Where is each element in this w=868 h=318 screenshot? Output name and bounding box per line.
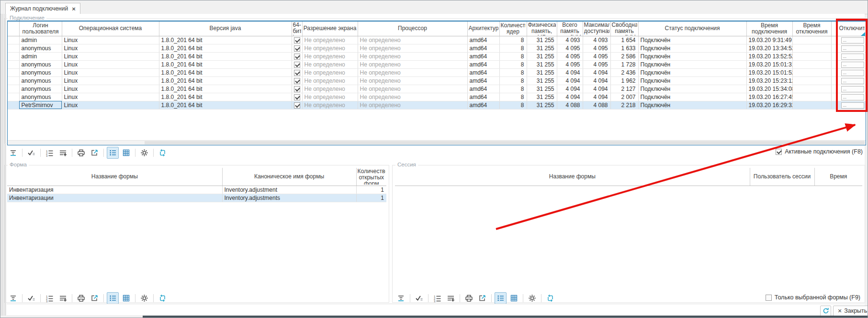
connection-row[interactable]: anonymousLinux1.8.0_201 64 bitНе определ…: [8, 44, 866, 52]
x64-java-checkbox[interactable]: [294, 86, 300, 92]
toolbar-button-export[interactable]: [476, 292, 488, 304]
column-header-11[interactable]: Максимальная доступная память: [583, 22, 610, 36]
cell-total_mem: 4 095: [557, 44, 583, 52]
disconnect-button[interactable]: ...: [841, 45, 864, 52]
disconnect-button[interactable]: ...: [841, 86, 864, 92]
column-header-3[interactable]: Версия java: [159, 22, 292, 36]
active-connections-checkbox[interactable]: Активные подключения (F8): [776, 148, 863, 155]
tab-close-icon[interactable]: ×: [72, 6, 76, 12]
toolbar-button-print[interactable]: [463, 292, 475, 304]
toolbar-button-grid[interactable]: [508, 292, 520, 304]
toolbar-button-numbered-list[interactable]: 123: [44, 147, 56, 159]
table-row[interactable]: ИнвентаризацияInventory.adjustment1: [7, 186, 386, 194]
column-header-7[interactable]: Архитектура: [467, 22, 499, 36]
disconnect-button[interactable]: ...: [841, 54, 864, 60]
column-header-1[interactable]: Каноническое имя формы: [222, 168, 356, 186]
toolbar-button-add-row[interactable]: [57, 147, 69, 159]
column-header-6[interactable]: Процессор: [358, 22, 467, 36]
disconnect-button[interactable]: ...: [841, 102, 864, 109]
x64-java-checkbox[interactable]: [294, 94, 300, 100]
x64-java-checkbox[interactable]: [294, 70, 300, 76]
toolbar-button-refresh-square[interactable]: [157, 292, 169, 304]
application-window: Журнал подключений × Подключение Логин п…: [0, 0, 868, 318]
column-header-0[interactable]: [8, 22, 19, 36]
toolbar-button-export[interactable]: [89, 147, 101, 159]
toolbar-button-list-view[interactable]: [495, 292, 507, 304]
toolbar-button-settings[interactable]: [138, 292, 150, 304]
toolbar-button-list-view[interactable]: [107, 147, 119, 159]
toolbar-button-filter[interactable]: [395, 292, 407, 304]
close-button[interactable]: × Закрыть: [833, 306, 868, 316]
cell-cpu: Не определено: [358, 101, 467, 109]
column-header-2[interactable]: Операционная система: [62, 22, 159, 36]
toolbar-button-check-list[interactable]: [25, 292, 37, 304]
toolbar-button-refresh-square[interactable]: [544, 292, 556, 304]
x64-java-checkbox[interactable]: [294, 37, 300, 44]
disconnect-button[interactable]: ...: [841, 37, 864, 44]
x64-java-checkbox[interactable]: [294, 78, 300, 84]
scrollbar-thumb[interactable]: [145, 141, 865, 144]
column-header-16[interactable]: Отключить: [831, 22, 866, 36]
column-header-14[interactable]: Время подключения: [746, 22, 792, 36]
connection-row[interactable]: anonymousLinux1.8.0_201 64 bitНе определ…: [8, 85, 866, 93]
column-header-2[interactable]: Время: [814, 168, 862, 186]
refresh-button[interactable]: [820, 306, 831, 316]
connection-row[interactable]: adminLinux1.8.0_201 64 bitНе определеноН…: [8, 52, 866, 60]
toolbar-button-grid[interactable]: [120, 292, 132, 304]
x64-java-checkbox[interactable]: [294, 45, 300, 52]
column-header-0[interactable]: Название формы: [7, 168, 222, 186]
connection-row[interactable]: anonymousLinux1.8.0_201 64 bitНе определ…: [8, 93, 866, 101]
toolbar-button-numbered-list[interactable]: 123: [44, 292, 56, 304]
connection-row[interactable]: anonymousLinux1.8.0_201 64 bitНе определ…: [8, 60, 866, 68]
toolbar-button-grid[interactable]: [120, 147, 132, 159]
disconnect-button[interactable]: ...: [841, 62, 864, 68]
x64-java-checkbox[interactable]: [294, 102, 300, 109]
toolbar-button-settings[interactable]: [526, 292, 538, 304]
x64-java-checkbox[interactable]: [294, 62, 300, 68]
column-header-4[interactable]: 64-битн. java: [292, 22, 302, 36]
x64-java-checkbox[interactable]: [294, 54, 300, 60]
tab-connection-journal[interactable]: Журнал подключений ×: [5, 3, 80, 14]
cell-selector: [8, 36, 19, 44]
column-header-9[interactable]: Физическая память, МБ: [527, 22, 557, 36]
connection-row[interactable]: adminLinux1.8.0_201 64 bitНе определеноН…: [8, 36, 866, 44]
list-view-icon: [496, 294, 505, 302]
column-header-13[interactable]: Статус подключения: [638, 22, 746, 36]
toolbar-separator: [135, 294, 135, 302]
toolbar-button-check-list[interactable]: [413, 292, 425, 304]
toolbar-button-refresh-square[interactable]: [157, 147, 169, 159]
column-header-10[interactable]: Всего память для JVM: [557, 22, 583, 36]
horizontal-scrollbar[interactable]: [8, 140, 866, 145]
toolbar-button-numbered-list[interactable]: 123: [431, 292, 443, 304]
column-header-12[interactable]: Свободная память для JVM: [610, 22, 638, 36]
disconnect-button[interactable]: ...: [841, 78, 864, 84]
cell-connected_at: 19.03.20 13:34:52: [746, 44, 792, 52]
toolbar-button-print[interactable]: [75, 147, 87, 159]
connection-row[interactable]: anonymousLinux1.8.0_201 64 bitНе определ…: [8, 77, 866, 85]
column-header-0[interactable]: Название формы: [395, 168, 750, 186]
table-row[interactable]: ИнвентаризацииInventory.adjustments1: [7, 194, 386, 202]
toolbar-button-add-row[interactable]: [445, 292, 457, 304]
column-header-1[interactable]: Логин пользователя: [19, 22, 62, 36]
only-selected-form-checkbox[interactable]: Только выбранной формы (F9): [766, 294, 860, 301]
column-header-15[interactable]: Время отключения: [792, 22, 831, 36]
column-header-5[interactable]: Разрешение экрана: [302, 22, 358, 36]
toolbar-button-print[interactable]: [75, 292, 87, 304]
toolbar-button-list-view[interactable]: [107, 292, 119, 304]
disconnect-button[interactable]: ...: [841, 94, 864, 100]
form-group-label: Форма: [8, 162, 29, 167]
toolbar-button-add-row[interactable]: [57, 292, 69, 304]
toolbar-button-filter[interactable]: [7, 147, 19, 159]
toolbar-button-check-list[interactable]: [25, 147, 37, 159]
disconnect-button[interactable]: ...: [841, 70, 864, 76]
connection-row[interactable]: PetrSmirnovLinux1.8.0_201 64 bitНе опред…: [8, 101, 866, 109]
toolbar-button-settings[interactable]: [138, 147, 150, 159]
connection-row[interactable]: anonymousLinux1.8.0_201 64 bitНе определ…: [8, 68, 866, 77]
column-header-8[interactable]: Количество ядер: [499, 22, 527, 36]
cell-disconnected_at: [792, 85, 831, 93]
column-header-2[interactable]: Количество открытых форм: [356, 168, 386, 186]
cell-arch: amd64: [467, 68, 499, 77]
toolbar-button-export[interactable]: [89, 292, 101, 304]
toolbar-button-filter[interactable]: [7, 292, 19, 304]
column-header-1[interactable]: Пользователь сессии: [750, 168, 814, 186]
